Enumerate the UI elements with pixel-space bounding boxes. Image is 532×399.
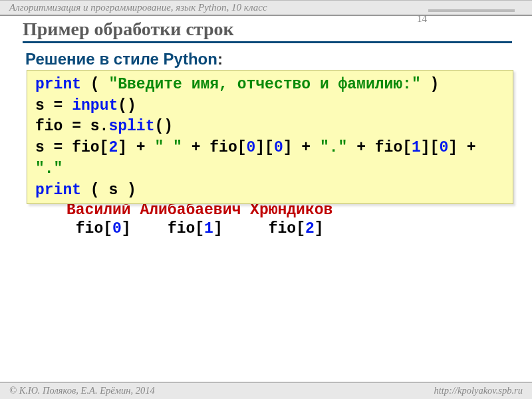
footer: © К.Ю. Поляков, Е.А. Ерёмин, 2014 http:/… xyxy=(0,382,532,399)
index-labels-row: fio[0] fio[1] fio[2] xyxy=(66,220,532,237)
code-line-3: fio = s.split() xyxy=(35,116,506,138)
code-block: print ( "Введите имя, отчество и фамилию… xyxy=(27,70,513,204)
code-line-4: s = fio[2] + " " + fio[0][0] + "." + fio… xyxy=(35,138,506,159)
split-keyword: split xyxy=(108,118,154,135)
course-title: Алгоритмизация и программирование, язык … xyxy=(9,2,267,13)
code-line-5: "." xyxy=(35,159,506,180)
code-line-2: s = input() xyxy=(35,96,506,117)
code-line-6: print ( s ) xyxy=(35,180,506,201)
slide-title: Пример обработки строк xyxy=(23,19,512,43)
footer-url: http://kpolyakov.spb.ru xyxy=(434,385,523,396)
course-header: Алгоритмизация и программирование, язык … xyxy=(0,0,532,16)
slide-title-text: Пример обработки строк xyxy=(23,19,234,39)
code-line-1: print ( "Введите имя, отчество и фамилию… xyxy=(35,74,506,96)
slide: Алгоритмизация и программирование, язык … xyxy=(0,0,532,399)
input-keyword: input xyxy=(72,97,118,114)
print-keyword-2: print xyxy=(35,182,81,199)
title-accent-bar xyxy=(428,9,515,12)
subheading-text: Решение в стиле Python xyxy=(25,50,217,68)
subheading: Решение в стиле Python: xyxy=(25,50,532,68)
footer-copyright: © К.Ю. Поляков, Е.А. Ерёмин, 2014 xyxy=(9,385,155,396)
print-keyword: print xyxy=(35,76,81,93)
subheading-colon: : xyxy=(217,50,223,68)
string-literal: "Введите имя, отчество и фамилию:" xyxy=(108,76,420,93)
